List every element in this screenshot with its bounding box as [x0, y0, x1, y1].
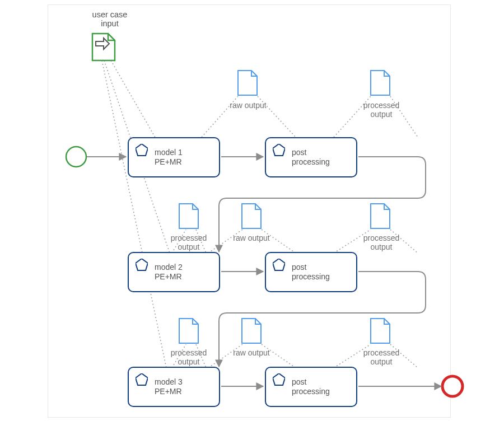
processed-input-2-label: processedoutput: [164, 233, 214, 251]
model-3-label: model 3PE+MR: [155, 377, 183, 396]
pentagon-icon: [136, 259, 148, 271]
model-1-node: model 1PE+MR: [128, 137, 220, 177]
post-1-label: postprocessing: [292, 148, 330, 167]
pentagon-icon: [136, 373, 148, 386]
pentagon-icon: [273, 259, 285, 271]
title-label: user caseinput: [87, 10, 132, 28]
raw-output-1-label: raw output: [223, 101, 273, 110]
pentagon-icon: [273, 373, 285, 386]
pentagon-icon: [136, 144, 148, 156]
model-3-node: model 3PE+MR: [128, 367, 220, 407]
post-1-node: postprocessing: [265, 137, 357, 177]
processed-output-1-label: processedoutput: [356, 101, 407, 119]
post-3-node: postprocessing: [265, 367, 357, 407]
model-2-label: model 2PE+MR: [155, 263, 183, 282]
processed-input-3-label: processedoutput: [164, 348, 214, 366]
pentagon-icon: [273, 144, 285, 156]
processed-output-3-label: processedoutput: [356, 348, 407, 366]
raw-output-2-label: raw output: [226, 233, 277, 242]
model-1-label: model 1PE+MR: [155, 148, 183, 167]
post-2-label: postprocessing: [292, 263, 330, 282]
model-2-node: model 2PE+MR: [128, 252, 220, 292]
processed-output-2-label: processedoutput: [356, 233, 407, 251]
post-3-label: postprocessing: [292, 377, 330, 396]
post-2-node: postprocessing: [265, 252, 357, 292]
raw-output-3-label: raw output: [226, 348, 277, 357]
